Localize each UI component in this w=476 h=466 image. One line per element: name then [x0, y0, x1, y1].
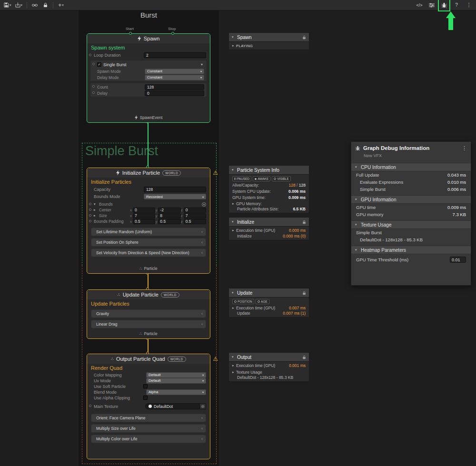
fold-closed-icon[interactable]: ▸ [232, 202, 236, 206]
bounds-tool-icon[interactable] [202, 202, 206, 207]
save-dropdown-caret-icon[interactable]: ▾ [10, 3, 11, 7]
fold-open-icon[interactable]: ▾ [232, 35, 236, 39]
main-texture-port[interactable] [89, 405, 91, 407]
fold-open-icon[interactable]: ▾ [232, 355, 236, 359]
block-chevron-icon[interactable]: ‹ [201, 250, 203, 255]
update-panel-header[interactable]: ▾ Update [229, 288, 309, 297]
fold-open-icon[interactable]: ▾ [355, 248, 359, 252]
start-port[interactable] [129, 32, 132, 35]
collapse-chevron-icon[interactable]: ▾ [201, 62, 203, 67]
fold-closed-icon[interactable]: ▸ [232, 364, 236, 367]
single-burst-checkbox[interactable]: ✓ [97, 62, 101, 67]
bounds-port[interactable] [89, 203, 91, 205]
debug-toggle-button[interactable] [440, 1, 448, 10]
cpu-information-section[interactable]: ▾ CPU Information [351, 163, 471, 171]
kebab-icon[interactable]: ⋮ [462, 145, 467, 151]
heatmap-parameters-section[interactable]: ▾ Heatmap Parameters [351, 246, 471, 254]
size-port[interactable] [89, 214, 91, 217]
loop-duration-port[interactable] [89, 54, 91, 56]
block-multiply-size[interactable]: Multiply Size over Life ‹ [91, 424, 206, 433]
add-button[interactable]: + ▾ [57, 1, 65, 10]
spawn-node[interactable]: Start Stop Spawn Spawn system Loop Durat… [87, 33, 210, 123]
debug-window-header[interactable]: Graph Debug Information ⋮ [351, 142, 471, 152]
output-node-header[interactable]: ∴ Output Particle Quad WORLD [87, 354, 210, 364]
object-picker-icon[interactable]: ◎ [200, 403, 206, 409]
fold-open-icon[interactable]: ▾ [232, 220, 236, 224]
block-chevron-icon[interactable]: ‹ [201, 416, 203, 420]
uv-mode-dropdown[interactable]: Default ▾ [146, 378, 206, 384]
center-y-field[interactable]: -2 [158, 208, 180, 213]
update-node-header[interactable]: ∴ Update Particle WORLD [87, 290, 210, 299]
center-port[interactable] [89, 208, 91, 211]
update-node[interactable]: ∴ Update Particle WORLD Update Particles… [87, 289, 210, 339]
size-y-field[interactable]: 8 [158, 213, 180, 218]
save-button[interactable]: ▾ [3, 1, 12, 10]
center-z-field[interactable]: 0 [184, 208, 206, 213]
fold-open-icon[interactable]: ▾ [232, 168, 236, 172]
fold-closed-icon[interactable]: ▸ [232, 228, 236, 232]
padding-x-field[interactable]: 0.5 [133, 219, 155, 224]
spawn-node-header[interactable]: Spawn [87, 34, 210, 43]
fold-closed-icon[interactable]: ▸ [232, 306, 236, 310]
fold-closed-icon[interactable]: ▸ [232, 370, 236, 374]
help-button[interactable]: ? [452, 1, 461, 10]
add-dropdown-caret-icon[interactable]: ▾ [62, 3, 64, 7]
padding-z-field[interactable]: 0.5 [184, 219, 206, 224]
gpu-time-threshold-field[interactable]: 0.01 [450, 257, 466, 263]
block-gravity[interactable]: Gravity ‹ [91, 309, 206, 318]
fold-closed-icon[interactable]: ▸ [94, 208, 98, 212]
warning-icon[interactable]: ⚠ [213, 169, 218, 176]
graph-debug-window[interactable]: Graph Debug Information ⋮ New VFX ▾ CPU … [351, 141, 471, 286]
lock-icon[interactable] [302, 220, 306, 224]
use-soft-particle-checkbox[interactable] [143, 384, 148, 388]
fold-open-icon[interactable]: ▾ [94, 202, 98, 206]
block-multiply-color[interactable]: Multiply Color over Life ‹ [91, 435, 206, 443]
block-set-lifetime[interactable]: Set Lifetime Random (Uniform) ‹ [91, 228, 206, 236]
fold-open-icon[interactable]: ▾ [355, 165, 359, 169]
settings-button[interactable] [427, 1, 436, 10]
warning-icon[interactable]: ⚠ [213, 356, 218, 362]
link-toggle-button[interactable] [30, 1, 39, 10]
info-panel-header[interactable]: ▾ Particle System Info [229, 166, 309, 175]
delay-field[interactable]: 0 [145, 90, 204, 96]
count-port[interactable] [92, 85, 95, 88]
delay-mode-dropdown[interactable]: Constant ▾ [145, 75, 204, 80]
size-z-field[interactable]: 7 [184, 213, 206, 218]
blend-mode-dropdown[interactable]: Alpha ▾ [146, 389, 206, 395]
lock-toggle-button[interactable] [41, 1, 50, 10]
output-node[interactable]: ⚠ ∴ Output Particle Quad WORLD Render Qu… [87, 354, 210, 459]
bounds-mode-dropdown[interactable]: Recorded ▾ [144, 194, 206, 199]
single-burst-port[interactable] [92, 63, 95, 65]
capacity-field[interactable]: 128 [144, 187, 206, 192]
lock-icon[interactable] [302, 35, 306, 40]
edge-spawn-to-initialize[interactable] [148, 123, 149, 168]
fold-open-icon[interactable]: ▾ [232, 291, 236, 295]
color-mapping-dropdown[interactable]: Default ▾ [146, 372, 206, 378]
gpu-information-section[interactable]: ▾ GPU Information [351, 195, 471, 204]
world-badge[interactable]: WORLD [162, 170, 181, 176]
block-chevron-icon[interactable]: ‹ [201, 311, 203, 316]
output-panel-header[interactable]: ▾ Output [229, 353, 309, 362]
world-badge[interactable]: WORLD [161, 292, 179, 297]
block-orient-camera[interactable]: Orient: Face Camera Plane ‹ [91, 414, 206, 422]
export-dropdown-caret-icon[interactable]: ▾ [21, 3, 23, 7]
block-chevron-icon[interactable]: ‹ [201, 229, 203, 234]
delay-port[interactable] [92, 91, 95, 94]
main-texture-object-field[interactable]: DefaultDot ◎ [145, 403, 206, 409]
spawn-mode-dropdown[interactable]: Constant ▾ [145, 69, 204, 74]
stop-port[interactable] [171, 32, 174, 35]
burst-values-block[interactable]: Count 128 Delay 0 [90, 83, 207, 97]
block-set-position-sphere[interactable]: Set Position On Sphere ‹ [91, 238, 206, 247]
use-alpha-clipping-checkbox[interactable] [143, 396, 148, 400]
block-chevron-icon[interactable]: ‹ [201, 240, 203, 245]
count-field[interactable]: 128 [145, 84, 204, 90]
export-button[interactable]: ▾ [14, 1, 24, 10]
block-chevron-icon[interactable]: ‹ [201, 436, 203, 441]
initialize-node-header[interactable]: Initialize Particle WORLD [87, 168, 210, 178]
size-x-field[interactable]: 7 [133, 213, 155, 218]
block-chevron-icon[interactable]: ‹ [201, 322, 203, 327]
initialize-panel-header[interactable]: ▾ Initialize [229, 218, 309, 227]
fold-open-icon[interactable]: ▾ [355, 198, 359, 201]
single-burst-block[interactable]: ✓ Single Burst ▾ Spawn Mode Constant ▾ D… [90, 60, 207, 81]
spawn-panel-header[interactable]: ▾ Spawn [229, 33, 309, 42]
